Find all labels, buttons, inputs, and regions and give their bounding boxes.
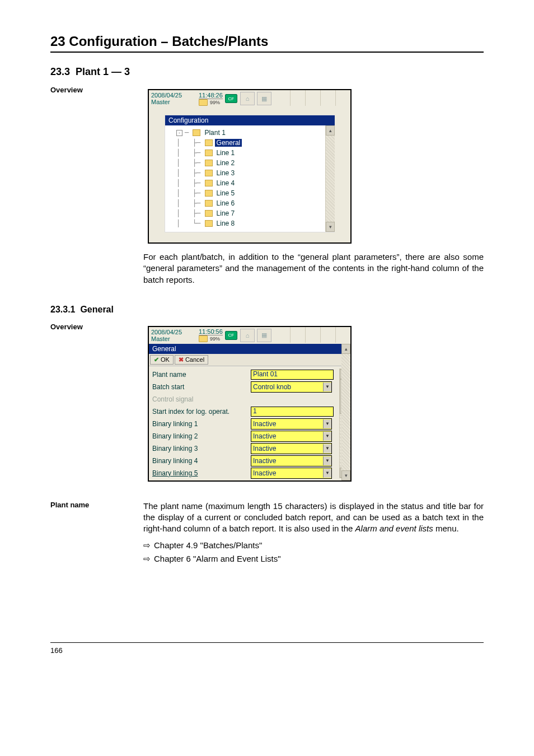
form-row: Binary linking 3Inactive▼ [152, 442, 347, 455]
scroll-down-icon[interactable]: ▾ [341, 470, 350, 480]
scroll-down-icon[interactable]: ▾ [326, 222, 335, 232]
ok-button[interactable]: ✔OK [150, 355, 174, 365]
device-screenshot-2: 2008/04/25 Master 11:50:56 99% CF ⌂ [148, 326, 352, 482]
folder-icon [205, 150, 213, 156]
folder-icon [193, 129, 200, 136]
select-input[interactable]: Inactive▼ [251, 443, 332, 454]
form-label: Start index for log. operat. [152, 408, 247, 416]
ref-link: ⇨Chapter 6 "Alarm and Event Lists" [143, 554, 484, 564]
tree-node-line[interactable]: Line 5 [215, 189, 237, 197]
page-number: 166 [50, 646, 63, 655]
select-input[interactable]: Inactive▼ [251, 418, 332, 430]
plant-name-text-em: Alarm and event lists [355, 524, 433, 533]
blank-tab [335, 90, 350, 106]
select-input[interactable]: Inactive▼ [251, 468, 332, 479]
chevron-down-icon[interactable]: ▼ [323, 444, 331, 453]
keypad-icon[interactable]: ▦ [257, 329, 271, 342]
section-number: 23.3 [50, 66, 70, 77]
text-input[interactable]: Plant 01 [251, 370, 334, 380]
chevron-down-icon[interactable]: ▼ [323, 419, 331, 428]
tree-title: Configuration [165, 115, 335, 125]
chevron-down-icon[interactable]: ▼ [323, 432, 331, 441]
select-input[interactable]: Control knob▼ [251, 381, 332, 393]
form-label: Binary linking 4 [152, 457, 247, 465]
tree-node-line[interactable]: Line 7 [215, 209, 237, 217]
config-tree[interactable]: - ─ Plant 1 │ ├─ General │ ├─ Line 1 │ ├… [165, 125, 335, 232]
text-input[interactable]: 1 [251, 407, 334, 417]
device-mode: Master [151, 99, 199, 105]
folder-icon [199, 99, 208, 106]
folder-icon [205, 180, 213, 186]
form-label: Batch start [152, 383, 247, 391]
device-date: 2008/04/25 [151, 92, 199, 99]
chevron-down-icon[interactable]: ▼ [323, 382, 331, 391]
form-row: Binary linking 5Inactive▼ [152, 467, 347, 479]
ref-text: Chapter 6 "Alarm and Event Lists" [154, 554, 281, 563]
blank-tab [305, 327, 320, 343]
form-row: Plant namePlant 01 [152, 368, 347, 381]
cancel-label: Cancel [185, 356, 204, 363]
tree-node-line[interactable]: Line 2 [215, 159, 237, 167]
tree-node-line[interactable]: Line 8 [215, 220, 237, 227]
device-mode: Master [151, 335, 199, 342]
blank-tab [320, 90, 335, 106]
tree-node-line[interactable]: Line 6 [215, 199, 237, 207]
cancel-button[interactable]: ✖Cancel [175, 355, 208, 365]
chevron-down-icon[interactable]: ▼ [323, 456, 331, 465]
cf-badge: CF [225, 331, 237, 340]
tree-node-plant[interactable]: Plant 1 [203, 129, 227, 137]
form-label: Control signal [152, 395, 247, 403]
scroll-up-icon[interactable]: ▴ [341, 344, 350, 354]
tree-node-general[interactable]: General [215, 139, 242, 147]
form-label: Binary linking 3 [152, 445, 247, 452]
scroll-up-icon[interactable]: ▴ [326, 125, 335, 136]
select-value: Inactive [253, 432, 276, 440]
folder-icon [205, 170, 213, 176]
select-input[interactable]: Inactive▼ [251, 431, 332, 442]
form-label: Binary linking 5 [152, 469, 247, 477]
form-row: Start index for log. operat.1 [152, 405, 347, 418]
form-row: Binary linking 4Inactive▼ [152, 455, 347, 467]
form-row: Binary linking 1Inactive▼ [152, 418, 347, 430]
folder-icon [205, 220, 213, 227]
overview-label: Overview [50, 86, 134, 291]
form-title: General [149, 344, 350, 354]
scrollbar[interactable]: ▴ ▾ [325, 125, 335, 232]
form-label: Binary linking 2 [152, 432, 247, 440]
home-icon[interactable]: ⌂ [240, 329, 255, 342]
check-icon: ✔ [154, 356, 159, 363]
form-label: Plant name [152, 371, 247, 379]
folder-icon [205, 160, 213, 166]
select-value: Inactive [253, 420, 276, 428]
arrow-icon: ⇨ [143, 540, 151, 550]
tree-node-line[interactable]: Line 3 [215, 169, 237, 177]
overview-label: Overview [50, 323, 134, 486]
device-pct: 99% [210, 100, 220, 105]
subsection-name: General [80, 305, 114, 314]
chapter-title: 23 Configuration – Batches/Plants [50, 34, 484, 53]
device-pct: 99% [210, 336, 220, 342]
chevron-down-icon[interactable]: ▼ [323, 469, 331, 478]
subsection-number: 23.3.1 [50, 305, 75, 314]
select-input[interactable]: Inactive▼ [251, 455, 332, 466]
subsection-title: 23.3.1 General [50, 305, 484, 315]
form-label: Binary linking 1 [152, 420, 247, 428]
close-icon: ✖ [179, 356, 184, 363]
device-time: 11:50:56 [199, 328, 223, 335]
blank-tab [305, 90, 320, 106]
folder-icon [205, 190, 213, 197]
home-icon[interactable]: ⌂ [240, 92, 255, 105]
collapse-icon[interactable]: - [176, 130, 182, 136]
folder-icon [205, 139, 213, 146]
cf-badge: CF [225, 94, 237, 103]
scrollbar[interactable]: ▴ ▾ [341, 344, 350, 480]
section-name: Plant 1 — 3 [76, 66, 130, 77]
section-title: 23.3 Plant 1 — 3 [50, 66, 484, 78]
blank-tab [335, 327, 350, 343]
keypad-icon[interactable]: ▦ [257, 92, 271, 105]
folder-icon [205, 210, 213, 217]
tree-node-line[interactable]: Line 1 [215, 149, 237, 157]
tree-node-line[interactable]: Line 4 [215, 179, 237, 187]
form-row: Batch startControl knob▼ [152, 381, 347, 393]
form-row: Binary linking 2Inactive▼ [152, 430, 347, 442]
